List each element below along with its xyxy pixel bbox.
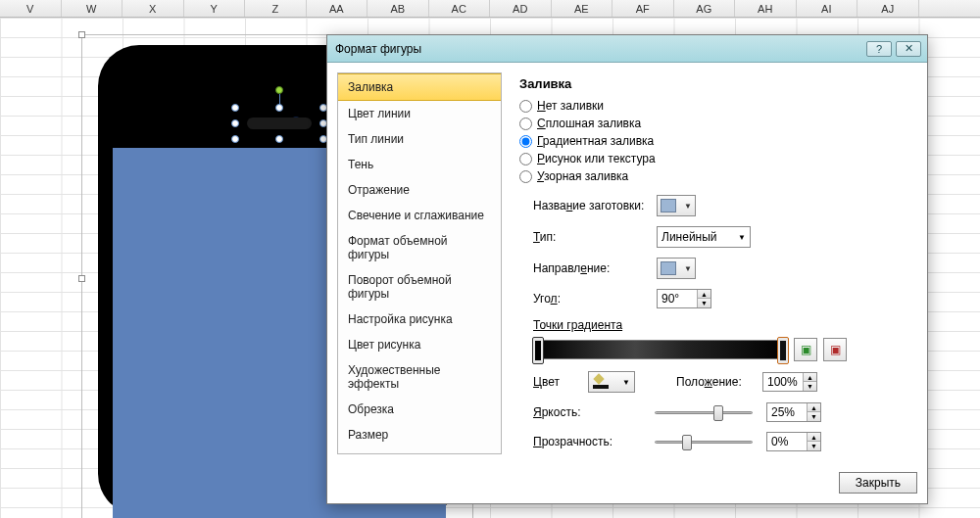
gradient-stop[interactable] [532,337,544,364]
column-header[interactable]: X [122,0,184,17]
nav-item[interactable]: Тень [338,152,501,177]
fill-panel: Заливка Нет заливки Сплошная заливка Гра… [510,72,917,454]
spin-down-icon[interactable]: ▼ [807,412,820,421]
nav-item[interactable]: Цвет рисунка [338,332,501,357]
selection-handle[interactable] [78,31,85,38]
nav-item[interactable]: Свойства [338,447,501,454]
nav-item[interactable]: Тип линии [338,126,501,152]
radio-picture-fill[interactable]: Рисунок или текстура [519,152,907,165]
nav-item[interactable]: Отражение [338,177,501,203]
spin-up-icon[interactable]: ▲ [697,290,710,299]
nav-item[interactable]: Настройка рисунка [338,306,501,332]
nav-item[interactable]: Художественные эффекты [338,357,501,397]
column-header[interactable]: AA [307,0,368,17]
category-list[interactable]: ЗаливкаЦвет линииТип линииТеньОтражениеС… [337,72,502,454]
column-header[interactable]: Y [184,0,246,17]
radio-gradient-fill[interactable]: Градиентная заливка [519,134,907,148]
handle[interactable] [231,119,239,127]
column-header[interactable]: AG [674,0,736,17]
nav-item[interactable]: Размер [338,422,501,447]
transparency-spinner[interactable]: 0%▲▼ [766,432,821,451]
selection-handle[interactable] [78,275,85,282]
column-headers: VWXYZAAABACADAEAFAGAHAIAJ [0,0,980,18]
nav-item[interactable]: Формат объемной фигуры [338,228,501,267]
fill-radio-group: Нет заливки Сплошная заливка Градиентная… [519,99,907,183]
gradient-track[interactable] [533,340,788,359]
nav-item[interactable]: Поворот объемной фигуры [338,267,501,306]
panel-heading: Заливка [519,76,907,91]
angle-spinner[interactable]: 90°▲▼ [657,289,711,308]
brightness-slider[interactable] [655,402,753,422]
chevron-down-icon: ▼ [738,233,746,242]
type-dropdown[interactable]: Линейный▼ [657,226,751,248]
dialog-close-button[interactable]: ✕ [896,41,921,57]
column-header[interactable]: AH [735,0,797,17]
brightness-label: Яркость: [533,405,637,419]
add-gradient-stop-button[interactable]: ▣ [794,338,817,361]
spin-down-icon[interactable]: ▼ [807,442,820,450]
close-button[interactable]: Закрыть [839,472,917,494]
transparency-label: Прозрачность: [533,435,637,448]
radio-solid-fill[interactable]: Сплошная заливка [519,117,907,130]
preset-label: Название заготовки: [533,199,657,212]
transparency-slider[interactable] [655,432,753,451]
radio-pattern-fill[interactable]: Узорная заливка [519,169,907,183]
nav-item[interactable]: Цвет линии [338,101,501,126]
handle[interactable] [231,135,239,143]
help-button[interactable]: ? [866,41,892,57]
remove-gradient-stop-button[interactable]: ▣ [823,338,847,361]
position-label: Положение: [676,375,755,389]
spin-down-icon[interactable]: ▼ [803,382,816,391]
column-header[interactable]: AI [797,0,858,17]
direction-label: Направление: [533,261,657,275]
color-dropdown[interactable]: ▼ [588,371,635,393]
position-spinner[interactable]: 100%▲▼ [762,372,817,392]
dialog-titlebar[interactable]: Формат фигуры ? ✕ [327,35,927,63]
handle[interactable] [275,135,283,143]
earpiece-selection [235,108,323,139]
handle[interactable] [231,104,239,112]
color-label: Цвет [533,375,580,389]
format-shape-dialog: Формат фигуры ? ✕ ЗаливкаЦвет линииТип л… [326,34,928,504]
gradient-stops-label: Точки градиента [533,318,907,332]
type-label: Тип: [533,230,657,244]
column-header[interactable]: AD [490,0,552,17]
radio-no-fill[interactable]: Нет заливки [519,99,907,113]
chevron-down-icon: ▼ [684,202,692,211]
spin-up-icon[interactable]: ▲ [807,403,820,412]
column-header[interactable]: AB [368,0,429,17]
column-header[interactable]: AJ [858,0,919,17]
angle-label: Угол: [533,292,657,306]
brightness-spinner[interactable]: 25%▲▼ [766,402,821,422]
chevron-down-icon: ▼ [622,378,630,387]
spin-up-icon[interactable]: ▲ [803,373,816,382]
nav-item[interactable]: Свечение и сглаживание [338,203,501,228]
column-header[interactable]: AE [552,0,613,17]
direction-dropdown[interactable]: ▼ [657,258,696,279]
gradient-stop[interactable] [777,337,789,364]
column-header[interactable]: Z [245,0,307,17]
dialog-title: Формат фигуры [335,42,421,56]
column-header[interactable]: V [0,0,62,17]
paint-bucket-icon [593,375,609,389]
nav-item[interactable]: Заливка [338,73,501,101]
spin-up-icon[interactable]: ▲ [807,433,820,442]
column-header[interactable]: AF [612,0,674,17]
column-header[interactable]: AC [429,0,491,17]
spin-down-icon[interactable]: ▼ [697,299,710,307]
column-header[interactable]: W [62,0,123,17]
preset-dropdown[interactable]: ▼ [657,195,696,216]
chevron-down-icon: ▼ [684,264,692,273]
rotation-handle[interactable] [275,86,283,94]
nav-item[interactable]: Обрезка [338,397,501,422]
handle[interactable] [275,104,283,112]
